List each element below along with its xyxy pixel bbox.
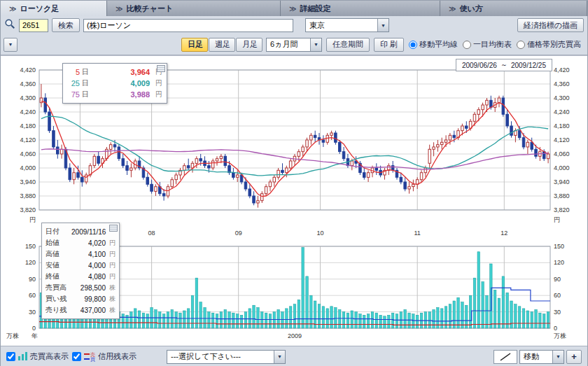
margin-display-checkbox[interactable] [72,352,81,361]
svg-text:30: 30 [554,309,561,316]
tool-mode-select[interactable]: 移動 ▼ [519,350,564,364]
ma-value: 4,009 [93,79,150,87]
info-row-close: 終値 4,080 円 [46,271,115,282]
svg-text:3,940: 3,940 [20,178,36,185]
svg-text:0: 0 [32,325,36,332]
info-unit: 円 [106,272,115,281]
svg-text:3,880: 3,880 [554,192,570,199]
search-button[interactable]: 検索 [52,18,80,32]
tab-comparison-chart[interactable]: ≫ 比較チャート [107,1,281,16]
collapse-toolbar-button[interactable]: ▼ [4,38,18,52]
economic-indicator-button[interactable]: 経済指標の描画 [517,18,584,32]
tool-mode-value: 移動 [520,351,552,362]
period-button-group: 日足 週足 月足 6ヵ月間 ▼ 任意期間 印 刷 移動平均線 一目均衡表 価格帯… [181,38,581,52]
svg-text:4,120: 4,120 [554,136,570,143]
tab-detailed-settings[interactable]: ≫ 詳細設定 [281,1,440,16]
info-value: 2009/11/16 [71,228,106,236]
info-label: 売り残 [46,305,72,315]
weekly-period-button[interactable]: 週足 [209,38,235,52]
ma-period: 75 [67,90,80,99]
range-end-date: 2009/12/25 [511,62,546,69]
svg-text:4,360: 4,360 [20,80,36,87]
info-label: 日付 [46,227,71,237]
svg-text:08: 08 [148,230,155,237]
svg-text:4,240: 4,240 [20,108,36,115]
stock-code-input[interactable] [19,19,48,32]
ma-value: 3,988 [93,90,150,99]
volume-display-checkbox[interactable] [6,352,15,361]
info-value: 298,500 [72,284,106,292]
chevron-down-icon: ▼ [274,351,285,363]
tab-candlestick[interactable]: ≫ ローソク足 [1,1,107,16]
svg-text:4,360: 4,360 [554,80,570,87]
ma5-legend-row: 5 日 3,964 円 [67,66,162,78]
svg-text:4,180: 4,180 [20,122,36,129]
ichimoku-radio[interactable] [463,41,471,49]
svg-text:30: 30 [29,309,36,316]
ma-period-unit: 日 [82,67,93,77]
tab-label: 使い方 [459,3,482,14]
svg-text:60: 60 [29,292,36,299]
info-value: 4,020 [72,239,106,247]
moving-average-radio[interactable] [409,41,417,49]
svg-text:4,300: 4,300 [554,94,570,101]
info-label: 高値 [46,249,72,259]
radio-ichimoku[interactable]: 一目均衡表 [463,39,512,50]
range-value: 6ヵ月間 [267,39,310,50]
range-select[interactable]: 6ヵ月間 ▼ [266,38,322,52]
tab-bar: ≫ ローソク足 ≫ 比較チャート ≫ 詳細設定 ≫ 使い方 [1,1,587,16]
chevron-down-icon: ▼ [8,42,13,47]
volume-by-price-radio[interactable] [517,41,525,49]
print-button[interactable]: 印 刷 [374,38,404,52]
monthly-period-button[interactable]: 月足 [236,38,262,52]
tab-how-to-use[interactable]: ≫ 使い方 [440,1,587,16]
ma-period: 25 [67,79,80,87]
ma-legend-window[interactable]: 5 日 3,964 円 25 日 4,009 円 75 日 3,988 円 [62,63,167,104]
custom-period-button[interactable]: 任意期間 [326,38,370,52]
svg-text:万株: 万株 [554,332,566,339]
exchange-select[interactable]: 東京 ▼ [305,18,389,32]
daily-period-button[interactable]: 日足 [181,38,208,52]
drawing-tools: 移動 ▼ + [493,350,582,364]
window-grip-icon[interactable] [109,225,118,232]
ma75-legend-row: 75 日 3,988 円 [67,89,162,100]
add-button[interactable]: + [566,350,582,364]
double-chevron-icon: ≫ [289,5,296,13]
info-value: 4,100 [72,251,106,258]
svg-text:4,420: 4,420 [554,66,570,73]
buy-char: 買 [90,357,95,362]
search-icon [4,18,15,32]
volume-bars-icon [18,352,27,362]
line-draw-icon [499,352,512,362]
info-row-margin-buy: 買い残 99,800 株 [46,293,115,304]
info-label: 安値 [46,260,72,270]
svg-text:3,820: 3,820 [554,206,570,213]
svg-text:150: 150 [554,243,564,250]
radio-volume-by-price[interactable]: 価格帯別売買高 [517,39,581,50]
radio-moving-average[interactable]: 移動平均線 [409,39,458,50]
indicator-select[interactable]: ---選択して下さい--- ▼ [167,350,286,364]
sell-char: 売 [90,352,95,357]
ma-value-unit: 円 [150,90,162,99]
trend-line-tool-button[interactable] [493,350,517,364]
radio-label: 移動平均線 [419,39,458,50]
window-grip-icon[interactable] [157,65,165,72]
range-separator: ～ [500,60,507,70]
svg-text:4,300: 4,300 [20,94,36,101]
svg-text:2009: 2009 [288,332,302,339]
volume-display-checkbox-group[interactable]: 売買高表示 [6,351,69,362]
double-chevron-icon: ≫ [9,5,16,13]
svg-text:10: 10 [316,230,323,237]
info-unit: 株 [106,295,115,304]
svg-text:3,940: 3,940 [554,178,570,185]
bottom-toolbar: 売買高表示 売 買 信用残表示 ---選択して下さい--- ▼ 移動 ▼ [1,346,587,366]
svg-text:11: 11 [414,230,421,237]
date-range-box: 2009/06/26 ～ 2009/12/25 [456,59,552,71]
svg-text:4,240: 4,240 [554,108,570,115]
stock-name-input[interactable] [83,19,293,32]
margin-display-checkbox-group[interactable]: 売 買 信用残表示 [72,351,136,362]
svg-text:円: 円 [29,216,36,223]
info-unit: 株 [106,283,115,293]
svg-text:年: 年 [31,332,38,339]
double-chevron-icon: ≫ [449,5,456,13]
